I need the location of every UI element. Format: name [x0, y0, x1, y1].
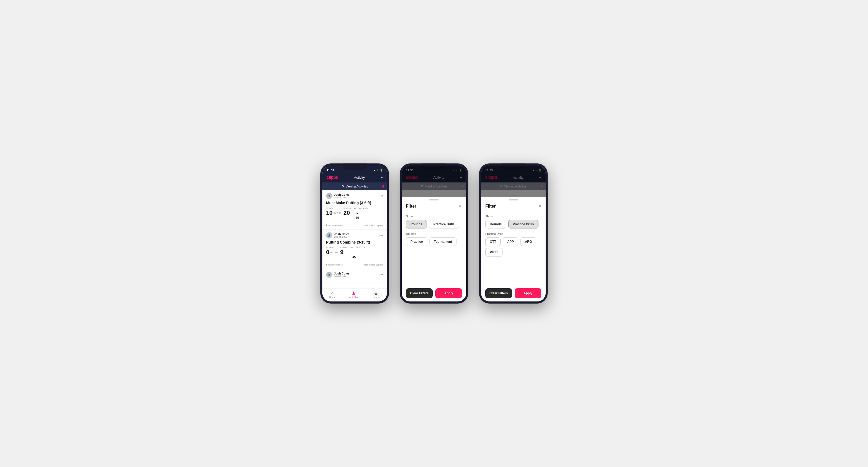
filter-title-3: Filter	[485, 204, 496, 209]
sq-label-2: Shot Quality	[350, 246, 365, 249]
home-label: Home	[329, 296, 335, 299]
putt-btn-3[interactable]: PUTT	[485, 248, 502, 256]
score-label-2: Score	[326, 246, 338, 249]
card-title-1: Must Make Putting (3-6 ft)	[326, 201, 383, 205]
activities-label: Activities	[349, 296, 359, 299]
filter-close-btn-3[interactable]: ✕	[538, 204, 541, 209]
rounds-buttons-2: Practice Tournament	[406, 238, 462, 246]
card-header-2: 👤 Josh Coles 28 Feb 2023 •••	[326, 232, 383, 239]
home-icon: ⌂	[331, 291, 334, 295]
viewing-icon-1: ⚙	[341, 185, 344, 188]
activity-card-2: 👤 Josh Coles 28 Feb 2023 ••• Putting Com…	[322, 229, 387, 269]
avatar-1: 👤	[326, 193, 333, 199]
activity-card-3: 👤 Josh Coles 28 Feb 2023 •••	[322, 269, 387, 282]
apply-btn-2[interactable]: Apply	[435, 288, 462, 298]
phone-3: 11:33 ▲ ᯤ 🔋 clippd Activity ≡ ⚙ Viewing …	[479, 163, 548, 304]
out-of-1: OUT OF	[333, 212, 341, 214]
nav-capture[interactable]: ⊕ Capture	[372, 291, 380, 299]
stats-row-2: Score 0 OUT OF Shots 9 Shot Quality	[326, 246, 383, 261]
card-footer-2: ℹ Test Information Data: Clippd Capture	[326, 263, 383, 266]
overlay-dimmed-2	[402, 165, 466, 197]
score-value-2: 0	[326, 249, 329, 255]
overlay-dimmed-3	[481, 165, 546, 197]
filter-body-3: Show Rounds Practice Drills Practice Dri…	[481, 211, 546, 285]
filter-title-2: Filter	[406, 204, 416, 209]
activities-icon: ♟	[352, 291, 355, 295]
nav-activities[interactable]: ♟ Activities	[349, 291, 359, 299]
practice-drills-section-label-3: Practice Drills	[485, 232, 541, 235]
show-buttons-3: Rounds Practice Drills	[485, 220, 541, 228]
filter-footer-2: Clear Filters Apply	[402, 285, 466, 302]
activity-card-1: 👤 Josh Coles 28 Feb 2023 ••• Must Make P…	[322, 190, 387, 229]
apply-btn-3[interactable]: Apply	[515, 288, 541, 298]
user-info-1: 👤 Josh Coles 28 Feb 2023	[326, 193, 350, 199]
out-of-2: OUT OF	[330, 251, 338, 254]
test-info-1: ℹ Test Information	[326, 224, 343, 227]
user-name-2: Josh Coles	[334, 232, 350, 236]
filter-close-btn-2[interactable]: ✕	[459, 204, 462, 209]
practice-drills-tab-btn-2[interactable]: Practice Drills	[429, 220, 459, 228]
user-date-1: 28 Feb 2023	[334, 196, 350, 199]
card-header-1: 👤 Josh Coles 28 Feb 2023 •••	[326, 193, 383, 199]
avatar-2: 👤	[326, 232, 333, 239]
user-date-3: 28 Feb 2023	[334, 275, 350, 278]
app-btn-3[interactable]: APP	[503, 238, 518, 246]
more-dots-2[interactable]: •••	[379, 233, 383, 238]
phone-2-inner: 11:33 ▲ ᯤ 🔋 clippd Activity ≡ ⚙ Viewing …	[402, 165, 466, 302]
card-footer-1: ℹ Test Information Data: Clippd Capture	[326, 224, 383, 227]
menu-icon-1[interactable]: ≡	[380, 175, 383, 180]
sq-badge-1: 75	[353, 213, 362, 222]
show-buttons-2: Rounds Practice Drills	[406, 220, 462, 228]
more-dots-3[interactable]: •••	[379, 273, 383, 277]
drill-buttons-3: OTT APP ARG PUTT	[485, 238, 541, 256]
filter-overlay-3: Filter ✕ Show Rounds Practice Drills Pra…	[481, 165, 546, 302]
viewing-dot-1	[382, 185, 384, 187]
rounds-tab-btn-3[interactable]: Rounds	[485, 220, 506, 228]
filter-footer-3: Clear Filters Apply	[481, 285, 546, 302]
score-value-1: 10	[326, 210, 333, 216]
show-label-2: Show	[406, 215, 462, 218]
header-title-1: Activity	[354, 176, 365, 180]
app-header-1: clippd Activity ≡	[322, 173, 387, 183]
status-icons-1: ▲ ᯤ 🔋	[373, 169, 383, 172]
ott-btn-3[interactable]: OTT	[485, 238, 501, 246]
filter-header-3: Filter ✕	[481, 200, 546, 211]
user-date-2: 28 Feb 2023	[334, 236, 350, 238]
practice-btn-2[interactable]: Practice	[406, 238, 427, 246]
viewing-bar-1[interactable]: ⚙ Viewing Activities	[322, 183, 387, 190]
capture-label: Capture	[372, 296, 380, 299]
rounds-tab-btn-2[interactable]: Rounds	[406, 220, 427, 228]
score-label-1: Score	[326, 207, 341, 210]
capture-icon: ⊕	[374, 291, 378, 295]
card-header-3: 👤 Josh Coles 28 Feb 2023 •••	[326, 272, 383, 278]
more-dots-1[interactable]: •••	[379, 194, 383, 198]
filter-header-2: Filter ✕	[402, 200, 466, 211]
tournament-btn-2[interactable]: Tournament	[430, 238, 457, 246]
nav-home[interactable]: ⌂ Home	[329, 291, 335, 299]
arg-btn-3[interactable]: ARG	[521, 238, 537, 246]
status-time-1: 11:33	[327, 169, 334, 172]
clear-filters-btn-3[interactable]: Clear Filters	[485, 288, 512, 298]
shots-value-1: 20	[344, 210, 351, 216]
clear-filters-btn-2[interactable]: Clear Filters	[406, 288, 433, 298]
sq-label-1: Shot Quality	[353, 207, 368, 210]
practice-drills-tab-btn-3[interactable]: Practice Drills	[508, 220, 538, 228]
user-name-3: Josh Coles	[334, 272, 350, 275]
rounds-section-label-2: Rounds	[406, 232, 462, 235]
filter-body-2: Show Rounds Practice Drills Rounds Pract…	[402, 211, 466, 285]
phone-1: 11:33 ▲ ᯤ 🔋 clippd Activity ≡ ⚙ Viewing …	[320, 163, 389, 304]
user-info-2: 👤 Josh Coles 28 Feb 2023	[326, 232, 350, 239]
user-info-3: 👤 Josh Coles 28 Feb 2023	[326, 272, 350, 278]
shots-value-2: 9	[340, 249, 347, 255]
data-source-1: Data: Clippd Capture	[363, 224, 383, 227]
notch	[343, 163, 367, 170]
data-source-2: Data: Clippd Capture	[363, 263, 383, 266]
bottom-nav-1: ⌂ Home ♟ Activities ⊕ Capture	[322, 288, 387, 302]
phone-2: 11:33 ▲ ᯤ 🔋 clippd Activity ≡ ⚙ Viewing …	[400, 163, 468, 304]
filter-sheet-2: Filter ✕ Show Rounds Practice Drills Rou…	[402, 197, 466, 302]
filter-overlay-2: Filter ✕ Show Rounds Practice Drills Rou…	[402, 165, 466, 302]
card-title-2: Putting Combine (3-15 ft)	[326, 240, 383, 244]
phone-3-inner: 11:33 ▲ ᯤ 🔋 clippd Activity ≡ ⚙ Viewing …	[481, 165, 546, 302]
show-label-3: Show	[485, 215, 541, 218]
user-name-1: Josh Coles	[334, 193, 350, 196]
